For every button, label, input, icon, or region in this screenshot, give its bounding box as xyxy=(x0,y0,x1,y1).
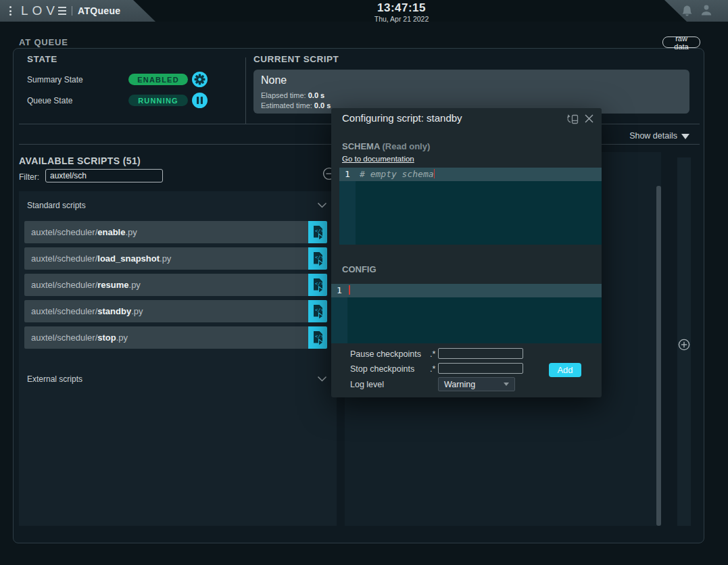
script-row[interactable]: auxtel/scheduler/standby.py</> xyxy=(24,300,327,322)
config-code-line xyxy=(349,285,350,295)
expand-column-button[interactable] xyxy=(678,339,690,353)
current-script-name: None xyxy=(261,74,287,87)
atqueue-page: LOV ATQueue 13:47:15 Thu, Apr 21 2022 AT… xyxy=(0,0,728,565)
menu-kebab-icon[interactable] xyxy=(9,6,11,16)
script-extension: .py xyxy=(129,280,141,290)
current-script-title: CURRENT SCRIPT xyxy=(253,54,339,64)
schema-title-text: SCHEMA xyxy=(342,141,380,151)
script-row[interactable]: auxtel/scheduler/load_snapshot.py</> xyxy=(24,247,327,270)
love-logo-equals-icon xyxy=(58,7,66,15)
script-row[interactable]: auxtel/scheduler/enable.py</> xyxy=(24,221,327,243)
log-level-value: Warning xyxy=(439,380,504,389)
script-path-prefix: auxtel/scheduler/ xyxy=(31,227,97,237)
schema-editor[interactable]: 1 # empty schema xyxy=(339,168,602,245)
svg-text:</>: </> xyxy=(315,281,324,287)
script-extension: .py xyxy=(160,253,171,264)
script-name: resume xyxy=(97,280,128,290)
estimated-time-label: Estimated time: xyxy=(261,101,314,109)
svg-text:</>: </> xyxy=(315,255,324,260)
schema-title: SCHEMA (Read only) xyxy=(342,141,430,151)
launch-script-button[interactable]: </> xyxy=(308,274,327,296)
script-row[interactable]: auxtel/scheduler/stop.py</> xyxy=(24,326,327,349)
standard-scripts-header[interactable]: Standard scripts xyxy=(19,197,337,214)
rotate-panel-icon[interactable] xyxy=(566,114,579,125)
script-path: auxtel/scheduler/load_snapshot.py xyxy=(24,247,308,270)
vertical-scrollbar[interactable] xyxy=(656,186,661,526)
script-row[interactable]: auxtel/scheduler/resume.py</> xyxy=(24,274,327,296)
estimated-time: Estimated time: 0.0 s xyxy=(261,101,331,109)
schema-cursor xyxy=(434,169,435,178)
pause-icon xyxy=(192,93,208,108)
logo-divider xyxy=(72,6,72,16)
add-script-button[interactable]: Add xyxy=(549,363,581,377)
stop-checkpoints-input[interactable] xyxy=(438,363,523,374)
stop-checkpoints-label: Stop checkpoints xyxy=(350,364,414,374)
script-path: auxtel/scheduler/enable.py xyxy=(24,221,308,243)
pause-checkpoints-suffix: .* xyxy=(430,349,435,359)
state-title: STATE xyxy=(27,54,57,64)
pause-checkpoints-input[interactable] xyxy=(438,348,523,359)
script-path-prefix: auxtel/scheduler/ xyxy=(31,306,97,316)
config-editor[interactable]: 1 xyxy=(331,284,602,343)
elapsed-time-label: Elapsed time: xyxy=(261,91,308,99)
script-name: enable xyxy=(97,227,125,237)
launch-script-button[interactable]: </> xyxy=(308,247,327,270)
clock-time: 13:47:15 xyxy=(351,2,452,15)
available-scripts-panel: Standard scripts auxtel/scheduler/enable… xyxy=(19,191,337,526)
notifications-bell-icon[interactable] xyxy=(681,5,693,17)
gear-icon xyxy=(192,72,208,87)
script-extension: .py xyxy=(116,333,128,343)
filter-input[interactable] xyxy=(45,169,163,182)
launch-script-button[interactable]: </> xyxy=(308,300,327,322)
external-scripts-header[interactable]: External scripts xyxy=(19,370,337,388)
top-bar: LOV ATQueue 13:47:15 Thu, Apr 21 2022 xyxy=(0,0,728,22)
script-path: auxtel/scheduler/standby.py xyxy=(24,300,308,322)
schema-code-line: # empty schema xyxy=(360,169,435,179)
triangle-down-icon xyxy=(681,134,689,139)
estimated-time-value: 0.0 s xyxy=(314,101,331,109)
available-scripts-title: AVAILABLE SCRIPTS (51) xyxy=(19,155,141,166)
chevron-down-icon[interactable] xyxy=(317,202,327,208)
schema-readonly-text: (Read only) xyxy=(380,141,430,151)
select-caret-icon xyxy=(504,383,509,386)
schema-line-number: 1 xyxy=(339,169,356,179)
elapsed-time: Elapsed time: 0.0 s xyxy=(261,91,324,99)
love-logo: LOV xyxy=(21,3,59,18)
launch-script-icon: </> xyxy=(312,303,324,320)
script-extension: .py xyxy=(125,227,137,237)
documentation-link[interactable]: Go to documentation xyxy=(342,155,414,163)
log-level-select[interactable]: Warning xyxy=(438,377,515,391)
filter-label: Filter: xyxy=(19,172,39,182)
config-cursor xyxy=(349,285,350,295)
clock-date: Thu, Apr 21 2022 xyxy=(351,16,452,24)
chevron-down-icon[interactable] xyxy=(317,376,327,382)
top-bar-left: LOV ATQueue xyxy=(0,0,158,22)
script-name: stop xyxy=(97,333,116,343)
user-icon[interactable] xyxy=(700,4,712,17)
schema-comment: # empty schema xyxy=(360,169,434,179)
script-path-prefix: auxtel/scheduler/ xyxy=(31,333,97,343)
queue-state-label: Queue State xyxy=(27,96,72,105)
pause-queue-button[interactable] xyxy=(192,93,208,108)
script-extension: .py xyxy=(131,306,143,316)
close-icon[interactable] xyxy=(584,114,594,124)
external-scripts-label: External scripts xyxy=(27,374,82,384)
svg-text:</>: </> xyxy=(315,308,324,313)
launch-script-button[interactable]: </> xyxy=(308,326,327,349)
standard-scripts-label: Standard scripts xyxy=(27,201,86,210)
script-path: auxtel/scheduler/resume.py xyxy=(24,274,308,296)
launch-script-icon: </> xyxy=(312,251,324,267)
log-level-label: Log level xyxy=(350,380,384,389)
raw-data-button[interactable]: raw data xyxy=(662,36,700,48)
queue-state-badge: RUNNING xyxy=(128,95,188,106)
launch-script-button[interactable]: </> xyxy=(308,221,327,243)
launch-script-icon: </> xyxy=(312,277,324,293)
state-divider xyxy=(245,57,246,124)
summary-state-gear-button[interactable] xyxy=(192,72,208,87)
top-bar-right xyxy=(664,0,728,22)
pause-checkpoints-label: Pause checkpoints xyxy=(350,349,421,359)
launch-script-icon: </> xyxy=(312,224,324,241)
script-path-prefix: auxtel/scheduler/ xyxy=(31,280,97,290)
show-details-label: Show details xyxy=(629,131,677,141)
config-active-line xyxy=(331,284,602,297)
